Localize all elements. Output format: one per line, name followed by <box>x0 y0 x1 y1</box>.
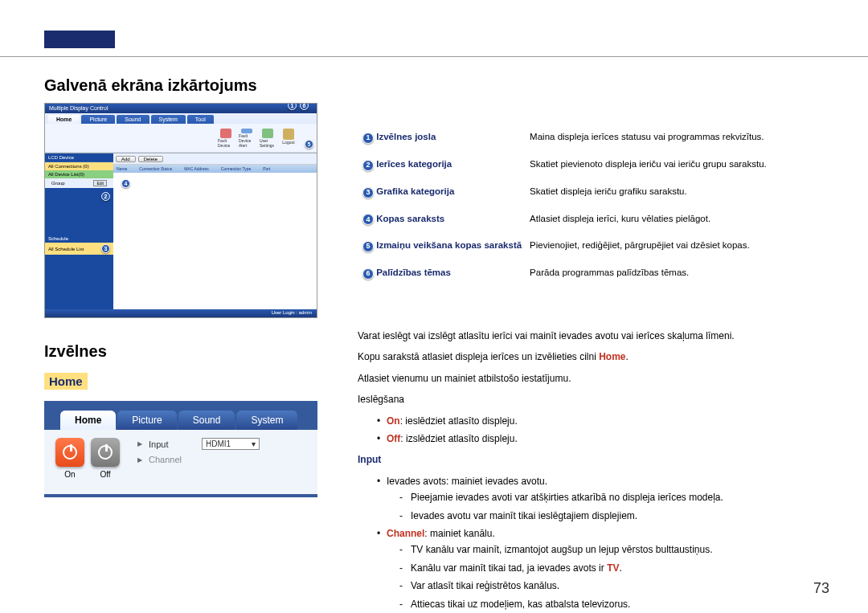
main-heading: Galvenā ekrāna izkārtojums <box>44 76 824 95</box>
chevron-right-icon[interactable]: ▶ <box>137 440 142 447</box>
edit-button[interactable]: Edit <box>93 180 107 186</box>
legend-row-2: 2 Ierīces kategorija Skatiet pievienoto … <box>359 152 822 178</box>
legend-row-5: 5 Izmaiņu veikšana kopas sarakstā Pievie… <box>359 233 822 259</box>
sidebar-all-connections[interactable]: All Connections (0) <box>45 162 113 170</box>
legend-desc: Pievienojiet, rediģējiet, pārgrupējiet v… <box>526 233 822 259</box>
input-rows: ▶ Input HDMI1 ▾ ▶ Channel <box>137 438 260 469</box>
legend-label: Kopas saraksts <box>376 214 444 223</box>
power-bullets: On: ieslēdziet atlasīto displeju. Off: i… <box>377 413 824 447</box>
right-column: 1 Izvēlnes josla Maina displeja ierīces … <box>358 103 824 613</box>
legend-num-4: 4 <box>362 214 374 225</box>
text-block: Varat ieslēgt vai izslēgt atlasītu ierīc… <box>358 328 824 612</box>
fault-device-icon[interactable]: Fault Device <box>218 129 234 148</box>
input-select[interactable]: HDMI1 ▾ <box>202 438 260 450</box>
legend-label: Izmaiņu veikšana kopas sarakstā <box>376 240 522 250</box>
header-accent-bar <box>44 31 115 48</box>
app-tab-home[interactable]: Home <box>48 115 80 124</box>
delete-button[interactable]: Delete <box>138 156 163 162</box>
app-tab-tool[interactable]: Tool <box>187 115 214 124</box>
sidebar-schedule: Schedule <box>45 235 113 243</box>
app-tabs: Home Picture Sound System Tool <box>45 113 317 124</box>
sidebar-lcd-device: LCD Device <box>45 153 113 162</box>
page-content: Galvenā ekrāna izkārtojums Multiple Disp… <box>44 76 824 613</box>
legend-row-6: 6 Palīdzības tēmas Parāda programmas pal… <box>359 260 822 286</box>
input-row: ▶ Input HDMI1 ▾ <box>137 438 260 450</box>
power-off-col: Off <box>91 438 120 479</box>
legend-row-4: 4 Kopas saraksts Atlasiet displeja ierīc… <box>359 206 822 232</box>
off-label: Off <box>100 470 110 479</box>
legend-table: 1 Izvēlnes josla Maina displeja ierīces … <box>358 123 824 288</box>
callout-1-icon: 1 <box>288 103 297 110</box>
channel-dash-1: TV kanālu var mainīt, izmantojot augšup … <box>399 541 824 558</box>
sidebar-all-schedule[interactable]: All Schedule List 3 <box>45 243 113 255</box>
legend-desc: Parāda programmas palīdzības tēmas. <box>526 260 822 286</box>
app-main-buttons: Add Delete <box>113 153 317 165</box>
legend-label: Palīdzības tēmas <box>376 268 451 277</box>
on-label: On <box>64 470 75 479</box>
app-tab-picture[interactable]: Picture <box>81 115 115 124</box>
channel-row: ▶ Channel <box>137 455 260 464</box>
legend-desc: Atlasiet displeja ierīci, kuru vēlaties … <box>526 206 822 232</box>
app-body: LCD Device All Connections (0) All Devic… <box>45 153 317 310</box>
app-main: Add Delete Name Connection Status MAC Ad… <box>113 153 317 310</box>
legend-desc: Maina displeja ierīces statusu vai progr… <box>526 125 822 150</box>
sidebar-group-row: Group Edit <box>45 178 113 188</box>
channel-dash-2: Kanālu var mainīt tikai tad, ja ievades … <box>399 560 824 576</box>
home-tab-system[interactable]: System <box>236 411 297 430</box>
home-tab-sound[interactable]: Sound <box>178 411 235 430</box>
channel-dash-3: Var atlasīt tikai reģistrētos kanālus. <box>399 578 824 594</box>
home-tab-ref: Home <box>599 351 625 362</box>
user-settings-icon[interactable]: User Settings <box>260 129 276 148</box>
power-off-button[interactable] <box>91 438 120 467</box>
sidebar-all-device-list[interactable]: All Device List(0) <box>45 170 113 178</box>
legend-desc: Skatiet pievienoto displeja ieriču vai i… <box>526 152 822 178</box>
on-bullet: On: ieslēdziet atlasīto displeju. <box>377 413 824 429</box>
logout-icon[interactable]: Logout <box>280 129 297 148</box>
off-label-red: Off <box>387 433 400 444</box>
legend-label: Ierīces kategorija <box>376 159 452 169</box>
legend-num-1: 1 <box>362 133 374 144</box>
callout-5-icon: 5 <box>305 140 313 149</box>
home-tabs: Home Picture Sound System <box>44 401 317 430</box>
home-tab-home[interactable]: Home <box>60 411 116 430</box>
intro-line-2: Kopu sarakstā atlasiet displeja ierīces … <box>358 349 824 365</box>
page-number: 73 <box>813 580 829 597</box>
chevron-right-icon[interactable]: ▶ <box>137 456 142 464</box>
legend-row-3: 3 Grafika kategorija Skatiet displeja ie… <box>359 179 822 205</box>
ieslegsana-label: Ieslēgšana <box>358 391 824 407</box>
power-on-button[interactable] <box>55 438 84 467</box>
legend-label: Grafika kategorija <box>376 186 454 196</box>
legend-num-6: 6 <box>362 268 374 280</box>
app-main-header: Name Connection Status MAC Address Conne… <box>113 165 317 173</box>
home-tab-picture[interactable]: Picture <box>117 411 176 430</box>
app-sidebar: LCD Device All Connections (0) All Devic… <box>45 153 113 310</box>
callout-4-icon: 4 <box>121 179 130 188</box>
channel-label: Channel <box>149 455 195 464</box>
callout-3-icon: 3 <box>101 244 110 253</box>
left-column: Multiple Display Control 1 6 Home Pictur… <box>44 103 317 497</box>
legend-label: Izvēlnes josla <box>376 132 436 141</box>
legend-num-5: 5 <box>362 241 374 252</box>
dropdown-arrow-icon: ▾ <box>252 439 256 448</box>
app-tab-sound[interactable]: Sound <box>117 115 149 124</box>
input-dash-2: Ievades avotu var mainīt tikai ieslēgtaj… <box>399 508 824 524</box>
channel-dash-4: Attiecas tikai uz modeļiem, kas atbalsta… <box>399 596 824 612</box>
input-dashes: Pieejamie ievades avoti var atšķirties a… <box>399 489 824 524</box>
menus-heading: Izvēlnes <box>44 342 317 361</box>
add-button[interactable]: Add <box>116 156 136 162</box>
input-bullets: Ievades avots: mainiet ievades avotu. Pi… <box>377 473 824 612</box>
channel-dashes: TV kanālu var mainīt, izmantojot augšup … <box>399 541 824 612</box>
intro-line-3: Atlasiet vienumu un mainiet atbilstošo i… <box>358 370 824 386</box>
fault-device-alert-icon[interactable]: Fault Device Alert <box>239 129 255 148</box>
app-tab-system[interactable]: System <box>151 115 186 124</box>
legend-row-1: 1 Izvēlnes josla Maina displeja ierīces … <box>359 125 822 150</box>
input-heading: Input <box>358 454 381 465</box>
input-bullet-source: Ievades avots: mainiet ievades avotu. Pi… <box>377 473 824 524</box>
legend-num-2: 2 <box>362 160 374 171</box>
intro-line-1: Varat ieslēgt vai izslēgt atlasītu ierīc… <box>358 328 824 344</box>
app-titlebar: Multiple Display Control 1 6 <box>45 104 317 113</box>
legend-num-3: 3 <box>362 187 374 198</box>
callout-2-icon: 2 <box>101 192 110 201</box>
app-statusbar: User Login : admin <box>45 309 317 317</box>
home-body: On Off ▶ Input HDMI1 ▾ <box>44 430 317 494</box>
